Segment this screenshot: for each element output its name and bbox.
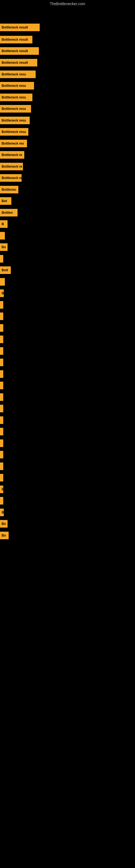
bar-row	[0, 369, 2, 379]
bar-row	[0, 404, 2, 413]
bar-row: B	[0, 507, 4, 517]
bar-label	[0, 474, 3, 482]
bar-row: Bottleneck re	[0, 173, 21, 183]
bar-row: B	[0, 288, 4, 298]
bar-row	[0, 323, 2, 333]
bar-label: Bottleneck result	[0, 59, 37, 66]
bar-row	[0, 231, 5, 240]
bar-label: Bottleneck resu	[0, 128, 28, 135]
bar-row: Bottleneck resu	[0, 116, 30, 125]
bar-label: B	[0, 289, 4, 297]
bar-label: Bottleneck res	[0, 140, 27, 147]
bar-row	[0, 346, 2, 355]
bar-label: Bott	[0, 267, 11, 274]
bar-row: Bottleneck resu	[0, 104, 31, 113]
bar-label: Bottleneck resu	[0, 94, 32, 101]
bar-label: Bottleneck re	[0, 174, 21, 182]
bar-label: Bottleneck resu	[0, 105, 31, 113]
bar-label	[0, 312, 3, 320]
bar-row	[0, 450, 2, 459]
bar-label: B	[0, 220, 8, 228]
bar-label: Bot	[0, 197, 11, 205]
bar-label: Bottleneck result	[0, 36, 32, 43]
bar-label	[0, 232, 5, 240]
bar-row	[0, 380, 2, 390]
bar-row	[0, 335, 2, 344]
bar-row: Bottleneck resu	[0, 127, 28, 136]
bar-label	[0, 382, 3, 389]
bar-label	[0, 497, 3, 504]
bar-row: Bo	[0, 531, 9, 540]
bar-label	[0, 359, 3, 366]
bar-label	[0, 463, 3, 470]
bar-label: Bottleneck resu	[0, 70, 36, 78]
bar-label: Bottleneck result	[0, 24, 40, 31]
bar-row: Bottleneck resu	[0, 93, 32, 102]
bar-label	[0, 451, 3, 458]
bar-row	[0, 358, 2, 367]
bar-label: Bo	[0, 243, 8, 251]
bar-row: Bottleneck result	[0, 35, 32, 44]
bar-row: B	[0, 485, 3, 494]
bar-row: Bo	[0, 242, 8, 252]
bar-label	[0, 428, 3, 435]
bar-row	[0, 254, 3, 264]
bar-row	[0, 473, 2, 482]
bar-label	[0, 416, 3, 424]
bar-label: Bottleneck re	[0, 151, 24, 159]
bar-row: Bottlenec	[0, 185, 18, 194]
bar-row	[0, 277, 5, 286]
bar-label: Bottlen	[0, 209, 17, 216]
bar-label: Bottlenec	[0, 186, 18, 193]
bar-row: Bott	[0, 265, 11, 275]
bar-row	[0, 496, 3, 505]
bar-label	[0, 301, 3, 309]
bar-row: Bottleneck resu	[0, 81, 34, 90]
bar-label	[0, 278, 5, 286]
bar-label: Bottleneck resu	[0, 82, 34, 90]
bar-row: Bottleneck re	[0, 162, 23, 171]
bar-row: Bottleneck resu	[0, 69, 36, 79]
bar-row: Bottlen	[0, 208, 17, 217]
bar-row: Bo	[0, 519, 8, 528]
bar-row: Bot	[0, 196, 11, 206]
bar-row: Bottleneck result	[0, 46, 39, 56]
bar-row	[0, 311, 3, 321]
bar-label: Bottleneck resu	[0, 117, 30, 124]
bar-label: Bo	[0, 532, 9, 539]
bar-label: Bottleneck re	[0, 163, 23, 170]
bar-label	[0, 336, 3, 343]
bar-label	[0, 439, 3, 447]
bar-label: B	[0, 486, 3, 493]
bar-label	[0, 393, 3, 401]
bar-label: Bottleneck result	[0, 47, 39, 55]
site-title: TheBottlenecker.com	[0, 0, 135, 8]
bar-label	[0, 255, 3, 262]
bar-label	[0, 370, 3, 378]
bar-row	[0, 438, 2, 448]
bar-row	[0, 461, 2, 471]
bar-row: Bottleneck result	[0, 23, 40, 32]
bar-label	[0, 324, 3, 332]
bar-row	[0, 392, 2, 402]
bar-row: Bottleneck res	[0, 138, 27, 148]
bar-row	[0, 415, 2, 425]
bar-row	[0, 300, 3, 310]
bar-label	[0, 347, 3, 355]
bar-row: Bottleneck re	[0, 150, 24, 159]
bar-row: B	[0, 219, 8, 229]
bar-label: B	[0, 508, 4, 516]
bar-row: Bottleneck result	[0, 58, 37, 67]
bar-row	[0, 427, 2, 436]
bar-label	[0, 405, 3, 412]
bar-label: Bo	[0, 520, 8, 528]
